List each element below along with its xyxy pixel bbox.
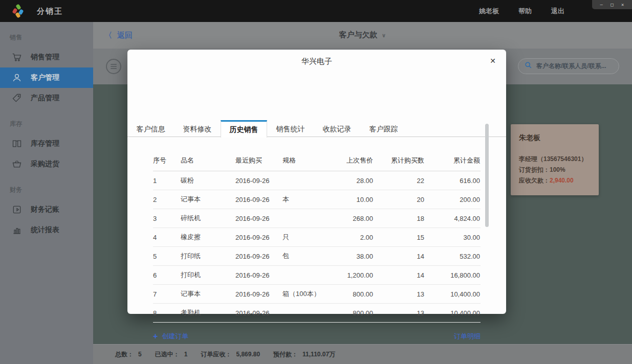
window-controls: — □ ✕ — [592, 0, 632, 9]
sidebar-item-label: 采购进货 — [31, 160, 59, 169]
sidebar-item-purchasing[interactable]: 采购进货 — [0, 154, 93, 174]
sidebar-item-inventory-management[interactable]: 库存管理 — [0, 133, 93, 154]
table-row[interactable]: 8考勤机2016-09-26800.001310,400.00 — [153, 304, 481, 323]
list-menu-icon[interactable] — [106, 59, 121, 74]
table-row[interactable]: 7记事本2016-09-26箱（100本）800.001310,400.00 — [153, 285, 481, 304]
sidebar-item-customer-management[interactable]: 客户管理 — [0, 67, 93, 88]
book-icon — [11, 139, 22, 149]
ledger-icon — [11, 204, 22, 215]
sidebar-item-label: 产品管理 — [31, 94, 59, 103]
sidebar-item-label: 财务记账 — [31, 205, 59, 214]
sidebar-item-bookkeeping[interactable]: 财务记账 — [0, 199, 93, 220]
user-menu[interactable]: 姚老板 — [479, 7, 499, 16]
plus-icon: + — [153, 332, 158, 340]
chevron-down-icon: ∨ — [382, 32, 386, 38]
close-icon[interactable]: ✕ — [488, 55, 498, 67]
sidebar-section-sales: 销售 — [0, 22, 93, 47]
cart-icon — [11, 52, 22, 63]
customer-name: 朱老板 — [519, 133, 591, 143]
search-placeholder: 客户名称/联系人员/联系... — [536, 62, 606, 71]
modal-footer: +创建订单 订单明细 — [153, 332, 481, 341]
modal-tabs: 客户信息 资料修改 历史销售 销售统计 收款记录 客户跟踪 — [127, 121, 506, 137]
sidebar: 销售 销售管理 客户管理 产品管理 库存 — [0, 22, 93, 364]
tab-customer-follow[interactable]: 客户跟踪 — [360, 121, 407, 137]
modal-title: 华兴电子 — [127, 57, 506, 66]
maximize-icon[interactable]: □ — [611, 3, 613, 7]
sidebar-item-label: 库存管理 — [31, 139, 59, 148]
table-header: 序号 品名 最近购买 规格 上次售价 累计购买数 累计金额 — [153, 150, 481, 171]
app-logo-icon — [12, 5, 25, 17]
basket-icon — [11, 159, 22, 170]
tab-sales-history[interactable]: 历史销售 — [221, 120, 267, 138]
table-row[interactable]: 6打印机2016-09-261,200.001416,800.00 — [153, 266, 481, 285]
customer-debt: 应收欠款：2,940.00 — [519, 175, 591, 186]
table-row[interactable]: 1碳粉2016-09-2628.0022616.00 — [153, 171, 481, 190]
sidebar-item-sales-management[interactable]: 销售管理 — [0, 47, 93, 67]
status-receivable: 订单应收：5,869.80 — [201, 350, 260, 359]
status-bar: 总数：5 已选中：1 订单应收：5,869.80 预付款：11,110.07万 — [93, 344, 632, 364]
search-icon — [525, 61, 532, 71]
tab-sales-stats[interactable]: 销售统计 — [267, 121, 314, 137]
minimize-icon[interactable]: — — [600, 3, 602, 7]
sidebar-item-label: 客户管理 — [31, 73, 59, 82]
customer-discount: 订货折扣：100% — [519, 165, 591, 175]
sales-history-table: 序号 品名 最近购买 规格 上次售价 累计购买数 累计金额 1碳粉2016-09… — [153, 150, 481, 323]
logout-menu[interactable]: 退出 — [551, 7, 564, 16]
tab-payment-records[interactable]: 收款记录 — [314, 121, 360, 137]
table-row[interactable]: 4橡皮擦2016-09-26只2.001530.00 — [153, 228, 481, 247]
tab-customer-info[interactable]: 客户信息 — [127, 121, 174, 137]
table-scrollbar[interactable] — [485, 124, 489, 227]
help-menu[interactable]: 帮助 — [518, 7, 532, 16]
debt-amount: 2,940.00 — [550, 177, 574, 184]
customer-contact: 李经理（13567546301） — [519, 154, 591, 165]
table-row[interactable]: 3碎纸机2016-09-26268.00184,824.00 — [153, 209, 481, 228]
status-prepaid: 预付款：11,110.07万 — [273, 350, 335, 359]
search-input[interactable]: 客户名称/联系人员/联系... — [518, 58, 619, 74]
page-header: 〈返回 客户与欠款∨ — [93, 22, 632, 49]
titlebar-menu: 姚老板 帮助 退出 — [479, 0, 564, 22]
close-window-icon[interactable]: ✕ — [621, 3, 624, 7]
order-detail-link[interactable]: 订单明细 — [454, 332, 481, 341]
bar-chart-icon — [11, 225, 22, 236]
sidebar-item-label: 销售管理 — [31, 53, 59, 62]
create-order-button[interactable]: +创建订单 — [153, 332, 188, 341]
customer-detail-modal: 华兴电子 ✕ 客户信息 资料修改 历史销售 销售统计 收款记录 客户跟踪 序号 … — [127, 50, 506, 314]
sidebar-item-reports[interactable]: 统计报表 — [0, 220, 93, 240]
app-window: 分销王 姚老板 帮助 退出 — □ ✕ 销售 销售管理 — [0, 0, 632, 364]
tab-edit-profile[interactable]: 资料修改 — [174, 121, 221, 137]
status-total: 总数：5 — [115, 350, 142, 359]
customer-card[interactable]: 朱老板 李经理（13567546301） 订货折扣：100% 应收欠款：2,94… — [511, 124, 599, 195]
status-selected: 已选中：1 — [155, 350, 188, 359]
sidebar-section-finance: 财务 — [0, 174, 93, 199]
titlebar: 分销王 姚老板 帮助 退出 — □ ✕ — [0, 0, 632, 22]
tag-icon — [11, 93, 22, 104]
sidebar-item-product-management[interactable]: 产品管理 — [0, 88, 93, 108]
app-title: 分销王 — [37, 7, 63, 16]
person-icon — [11, 73, 22, 83]
sidebar-section-inventory: 库存 — [0, 108, 93, 133]
table-row[interactable]: 5打印纸2016-09-26包38.0014532.00 — [153, 247, 481, 266]
sidebar-item-label: 统计报表 — [31, 225, 59, 235]
table-row[interactable]: 2记事本2016-09-26本10.0020200.00 — [153, 190, 481, 209]
page-title[interactable]: 客户与欠款∨ — [93, 30, 632, 40]
